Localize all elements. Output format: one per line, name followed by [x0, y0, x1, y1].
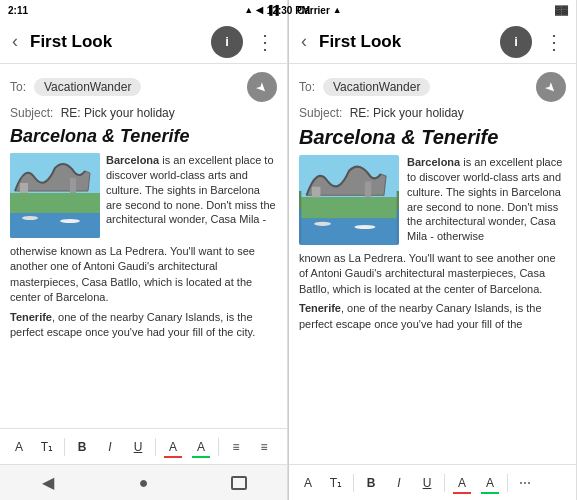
svg-point-13 — [354, 225, 375, 229]
right-toolbar-more-button[interactable]: ⋯ — [512, 470, 538, 496]
left-app-title: First Look — [30, 32, 203, 52]
right-battery-icon: ▓▓ — [555, 5, 568, 15]
right-send-button[interactable]: ➤ — [536, 72, 566, 102]
right-toolbar-italic-button[interactable]: I — [386, 470, 412, 496]
svg-rect-9 — [301, 219, 396, 245]
right-barcelona-image-svg — [299, 155, 399, 245]
send-icon: ➤ — [253, 78, 271, 96]
right-barcelona-image — [299, 155, 399, 245]
left-nav-recent-icon — [231, 476, 247, 490]
left-tenerife-para: Tenerife, one of the nearby Canary Islan… — [10, 310, 277, 341]
left-barcelona-image — [10, 153, 100, 238]
svg-rect-1 — [10, 193, 100, 213]
right-toolbar-t1-button[interactable]: T₁ — [323, 470, 349, 496]
right-email-body: Barcelona is an excellent place to disco… — [299, 155, 566, 464]
left-to-chip[interactable]: VacationWander — [34, 78, 141, 96]
left-status-bar: 2:11 ▲ ◀ ▐▐ — [0, 0, 287, 20]
left-toolbar-underline-button[interactable]: U — [125, 434, 151, 460]
right-toolbar-sep3 — [507, 474, 508, 492]
left-nav-bar: ◀ ● — [0, 464, 287, 500]
right-app-bar: ‹ First Look i ⋮ — [289, 20, 576, 64]
svg-rect-2 — [10, 213, 100, 238]
left-toolbar-bold-button[interactable]: B — [69, 434, 95, 460]
left-more-button[interactable]: ⋮ — [251, 30, 279, 54]
right-phone-panel: Carrier ▲ 12:30 PM ▓▓ ‹ First Look i ⋮ T… — [289, 0, 577, 500]
left-nav-home-button[interactable]: ● — [123, 469, 163, 497]
left-email-area: To: VacationWander ➤ Subject: RE: Pick y… — [0, 64, 287, 428]
left-email-title: Barcelona & Tenerife — [10, 126, 277, 147]
right-to-chip[interactable]: VacationWander — [323, 78, 430, 96]
right-subject-text: RE: Pick your holiday — [350, 106, 464, 120]
right-subject-row: Subject: RE: Pick your holiday — [299, 106, 566, 120]
left-to-label: To: — [10, 80, 28, 94]
svg-rect-3 — [20, 183, 28, 193]
barcelona-image-svg — [10, 153, 100, 238]
left-toolbar-t1-button[interactable]: T₁ — [34, 434, 60, 460]
right-time: 12:30 PM — [289, 5, 310, 16]
left-toolbar-sep1 — [64, 438, 65, 456]
left-to-row: To: VacationWander ➤ — [10, 72, 277, 102]
right-subject-label: Subject: — [299, 106, 342, 120]
left-app-bar: ‹ First Look i ⋮ — [0, 20, 287, 64]
right-wifi-icon: ▲ — [333, 5, 342, 15]
left-email-body: Barcelona is an excellent place to disco… — [10, 153, 277, 428]
left-toolbar-font-color-button[interactable]: A — [160, 434, 186, 460]
left-back-button[interactable]: ‹ — [8, 27, 22, 56]
left-editor-toolbar: A T₁ B I U A A ≡ ≡ — [0, 428, 287, 464]
right-more-button[interactable]: ⋮ — [540, 30, 568, 54]
left-nav-back-icon: ◀ — [42, 473, 54, 492]
right-editor-toolbar: A T₁ B I U A A ⋯ — [289, 464, 576, 500]
right-tenerife-para: Tenerife, one of the nearby Canary Islan… — [299, 301, 566, 332]
right-app-title: First Look — [319, 32, 492, 52]
right-to-row: To: VacationWander ➤ — [299, 72, 566, 102]
left-toolbar-indent-button[interactable]: ≡ — [251, 434, 277, 460]
signal-icon: ▲ — [244, 5, 253, 15]
left-nav-recent-button[interactable] — [219, 469, 259, 497]
right-body-text-right: Barcelona is an excellent place to disco… — [407, 155, 566, 245]
svg-rect-10 — [312, 187, 320, 198]
left-subject-row: Subject: RE: Pick your holiday — [10, 106, 277, 120]
right-toolbar-underline-button[interactable]: U — [414, 470, 440, 496]
left-subject-text: RE: Pick your holiday — [61, 106, 175, 120]
right-back-button[interactable]: ‹ — [297, 27, 311, 56]
right-toolbar-a-button[interactable]: A — [295, 470, 321, 496]
left-nav-back-button[interactable]: ◀ — [28, 469, 68, 497]
left-toolbar-highlight-button[interactable]: A — [188, 434, 214, 460]
right-to-label: To: — [299, 80, 317, 94]
right-status-battery: ▓▓ — [555, 5, 568, 15]
right-toolbar-font-color-button[interactable]: A — [449, 470, 475, 496]
left-toolbar-italic-button[interactable]: I — [97, 434, 123, 460]
left-toolbar-sep3 — [218, 438, 219, 456]
left-phone-panel: 2:11 ▲ ◀ ▐▐ ‹ First Look i ⋮ To: Vacatio… — [0, 0, 288, 500]
right-status-bar: Carrier ▲ 12:30 PM ▓▓ — [289, 0, 576, 20]
left-send-button[interactable]: ➤ — [247, 72, 277, 102]
right-info-button[interactable]: i — [500, 26, 532, 58]
left-body-text-right: Barcelona is an excellent place to disco… — [106, 153, 277, 238]
right-email-title: Barcelona & Tenerife — [299, 126, 566, 149]
left-body-continuation: otherwise known as La Pedrera. You'll wa… — [10, 244, 277, 306]
right-send-icon: ➤ — [542, 78, 560, 96]
left-subject-label: Subject: — [10, 106, 53, 120]
left-status-time: 2:11 — [8, 5, 28, 16]
left-toolbar-a-button[interactable]: A — [6, 434, 32, 460]
right-toolbar-sep1 — [353, 474, 354, 492]
svg-rect-4 — [70, 178, 76, 193]
right-toolbar-sep2 — [444, 474, 445, 492]
right-email-area: To: VacationWander ➤ Subject: RE: Pick y… — [289, 64, 576, 464]
svg-point-12 — [314, 222, 331, 226]
right-toolbar-bold-button[interactable]: B — [358, 470, 384, 496]
left-barcelona-bold: Barcelona — [106, 154, 159, 166]
left-toolbar-list-button[interactable]: ≡ — [223, 434, 249, 460]
right-body-continuation: known as La Pedrera. You'll want to see … — [299, 251, 566, 297]
svg-point-6 — [60, 219, 80, 223]
svg-point-5 — [22, 216, 38, 220]
wifi-icon: ◀ — [256, 5, 263, 15]
svg-rect-11 — [365, 181, 371, 197]
right-barcelona-text: is an excellent place to discover world-… — [407, 156, 562, 242]
right-toolbar-highlight-button[interactable]: A — [477, 470, 503, 496]
left-info-button[interactable]: i — [211, 26, 243, 58]
left-nav-home-icon: ● — [139, 474, 149, 492]
left-toolbar-sep2 — [155, 438, 156, 456]
left-time: 2:11 — [8, 5, 28, 16]
right-barcelona-bold: Barcelona — [407, 156, 460, 168]
